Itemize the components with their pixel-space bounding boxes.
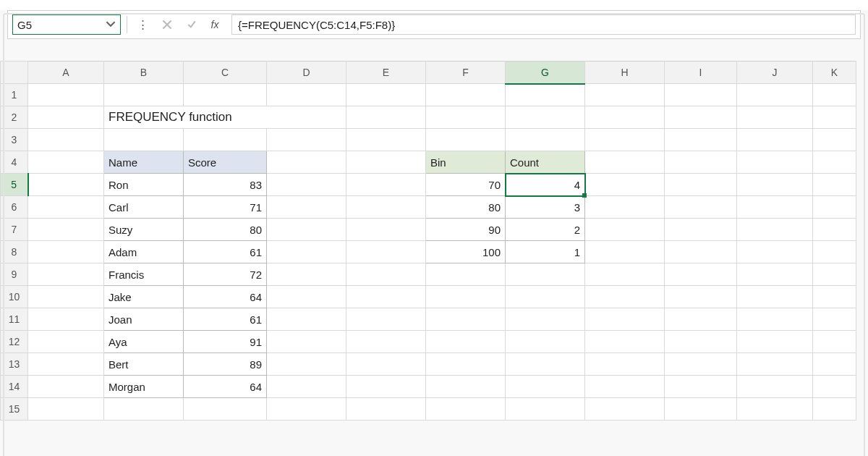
row-header[interactable]: 13 [1,353,28,376]
col-header[interactable]: H [585,62,665,84]
formula-bar: G5 ⋮ fx {=FREQUENCY(C5:C14,F5:F8)} [7,10,861,39]
col-header[interactable]: B [104,62,184,84]
cell[interactable]: 64 [184,376,267,398]
col-header[interactable]: A [28,62,104,84]
cell[interactable]: 3 [506,196,585,219]
table-header[interactable]: Bin [426,151,506,174]
select-all-corner[interactable] [1,62,28,84]
cancel-x-icon[interactable] [158,14,176,35]
chevron-down-icon[interactable] [106,19,116,31]
table-header[interactable]: Count [506,151,585,174]
cell[interactable]: 80 [426,196,506,219]
cell[interactable]: 61 [184,308,267,331]
formula-input[interactable]: {=FREQUENCY(C5:C14,F5:F8)} [231,14,856,35]
cell[interactable]: Adam [104,241,184,263]
cell[interactable]: Aya [104,331,184,353]
cell[interactable]: 61 [184,241,267,263]
cell[interactable]: Carl [104,196,184,219]
grid-body: 1 2 FREQUENCY function 3 4 Name Score [1,84,856,421]
cell[interactable]: Suzy [104,219,184,241]
name-box[interactable]: G5 [12,14,121,35]
cell[interactable]: 83 [184,174,267,196]
row-header[interactable]: 10 [1,286,28,308]
cell[interactable]: Joan [104,308,184,331]
cell[interactable]: 71 [184,196,267,219]
col-header[interactable]: E [346,62,426,84]
row-header[interactable]: 4 [1,151,28,174]
fx-label: fx [211,19,219,30]
row-header[interactable]: 11 [1,308,28,331]
row-header[interactable]: 3 [1,129,28,151]
table-header[interactable]: Name [104,151,184,174]
cell[interactable]: 64 [184,286,267,308]
column-header-row: A B C D E F G H I J K [1,62,856,84]
row-header[interactable]: 15 [1,398,28,421]
col-header[interactable]: J [737,62,813,84]
insert-function-button[interactable]: fx [207,14,226,35]
cell[interactable]: 1 [506,241,585,263]
selected-cell[interactable]: 4 [506,174,585,196]
row-header[interactable]: 7 [1,219,28,241]
page-title: FREQUENCY function [104,106,346,129]
row-header[interactable]: 6 [1,196,28,219]
cell[interactable]: Jake [104,286,184,308]
cell[interactable]: 80 [184,219,267,241]
row-header[interactable]: 14 [1,376,28,398]
excel-window: G5 ⋮ fx {=FREQUENCY(C5:C14,F5:F8)} [0,10,868,456]
row-header[interactable]: 2 [1,106,28,129]
cell[interactable]: 90 [426,219,506,241]
row-header[interactable]: 1 [1,84,28,106]
cell[interactable]: 2 [506,219,585,241]
cell[interactable]: Bert [104,353,184,376]
col-header[interactable]: C [184,62,267,84]
row-header[interactable]: 5 [1,174,28,196]
cell[interactable]: 70 [426,174,506,196]
table-header[interactable]: Score [184,151,267,174]
cell[interactable]: 72 [184,263,267,286]
formula-text: {=FREQUENCY(C5:C14,F5:F8)} [238,19,395,31]
cell-reference: G5 [17,19,32,31]
row-header[interactable]: 8 [1,241,28,263]
cell[interactable]: 91 [184,331,267,353]
row-header[interactable]: 9 [1,263,28,286]
divider [127,16,127,33]
cell[interactable]: Ron [104,174,184,196]
col-header[interactable]: I [665,62,737,84]
col-header[interactable]: D [267,62,346,84]
row-header[interactable]: 12 [1,331,28,353]
cell[interactable]: 100 [426,241,506,263]
enter-check-icon[interactable] [182,14,201,35]
col-header[interactable]: G [506,62,585,84]
spreadsheet-grid[interactable]: A B C D E F G H I J K 1 2 [0,61,856,421]
cell[interactable]: 89 [184,353,267,376]
cell[interactable]: Francis [104,263,184,286]
col-header[interactable]: F [426,62,506,84]
col-header[interactable]: K [813,62,856,84]
more-icon[interactable]: ⋮ [133,14,152,35]
cell[interactable]: Morgan [104,376,184,398]
